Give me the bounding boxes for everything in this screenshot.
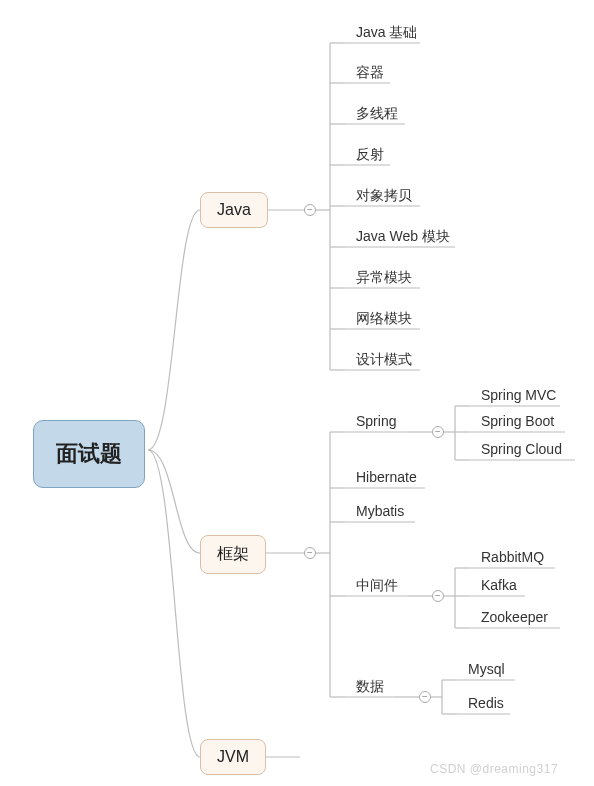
leaf-kafka[interactable]: Kafka <box>473 573 525 597</box>
leaf-spring-mvc[interactable]: Spring MVC <box>473 383 564 407</box>
leaf-zookeeper[interactable]: Zookeeper <box>473 605 556 629</box>
node-java-label: Java <box>217 201 251 219</box>
node-framework-label: 框架 <box>217 544 249 565</box>
node-java[interactable]: Java <box>200 192 268 228</box>
leaf-middleware[interactable]: 中间件 <box>348 573 406 599</box>
leaf-mybatis[interactable]: Mybatis <box>348 499 412 523</box>
leaf-exception[interactable]: 异常模块 <box>348 265 420 291</box>
toggle-java[interactable]: − <box>304 204 316 216</box>
leaf-rabbitmq[interactable]: RabbitMQ <box>473 545 552 569</box>
leaf-spring-boot[interactable]: Spring Boot <box>473 409 562 433</box>
leaf-design-pattern[interactable]: 设计模式 <box>348 347 420 373</box>
leaf-data[interactable]: 数据 <box>348 674 392 700</box>
leaf-redis[interactable]: Redis <box>460 691 512 715</box>
toggle-framework[interactable]: − <box>304 547 316 559</box>
root-node[interactable]: 面试题 <box>33 420 145 488</box>
leaf-multithread[interactable]: 多线程 <box>348 101 406 127</box>
toggle-middleware[interactable]: − <box>432 590 444 602</box>
node-framework[interactable]: 框架 <box>200 535 266 574</box>
leaf-hibernate[interactable]: Hibernate <box>348 465 425 489</box>
toggle-spring[interactable]: − <box>432 426 444 438</box>
leaf-container[interactable]: 容器 <box>348 60 392 86</box>
leaf-mysql[interactable]: Mysql <box>460 657 513 681</box>
leaf-spring-cloud[interactable]: Spring Cloud <box>473 437 570 461</box>
leaf-reflection[interactable]: 反射 <box>348 142 392 168</box>
leaf-java-web[interactable]: Java Web 模块 <box>348 224 458 250</box>
leaf-java-basics[interactable]: Java 基础 <box>348 20 425 46</box>
leaf-spring[interactable]: Spring <box>348 409 404 433</box>
node-jvm[interactable]: JVM <box>200 739 266 775</box>
watermark-text: CSDN @dreaming317 <box>430 762 558 776</box>
leaf-network[interactable]: 网络模块 <box>348 306 420 332</box>
toggle-data[interactable]: − <box>419 691 431 703</box>
leaf-object-copy[interactable]: 对象拷贝 <box>348 183 420 209</box>
root-label: 面试题 <box>56 439 122 469</box>
node-jvm-label: JVM <box>217 748 249 766</box>
